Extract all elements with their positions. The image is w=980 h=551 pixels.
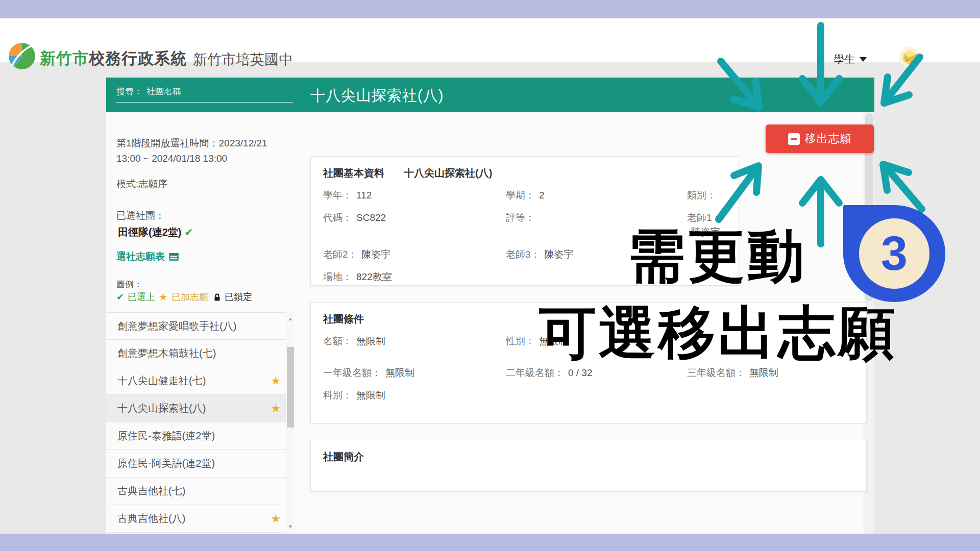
phase-time-line1: 第1階段開放選社時間：2023/12/21: [116, 136, 267, 151]
field-value: 2: [539, 190, 545, 201]
conditions-row: 一年級名額：無限制 二年級名額：0 / 32 三年級名額：無限制: [323, 366, 854, 380]
club-list-item-selected[interactable]: 十八尖山探索社(八)★: [106, 395, 286, 422]
avatar[interactable]: [898, 46, 922, 69]
club-list-item[interactable]: 古典吉他社(七): [106, 478, 286, 505]
field-semester: 學期：2: [506, 188, 687, 203]
field-category: 類別：: [687, 188, 726, 203]
field-label: 一年級名額：: [323, 367, 381, 378]
club-list-item[interactable]: 創意夢想家愛唱歌手社(八): [106, 312, 286, 340]
field-label: 老師2：: [323, 249, 358, 260]
field-label: 名額：: [323, 336, 352, 346]
system-logo-icon: [7, 41, 37, 73]
search-field: 搜尋：: [116, 86, 293, 103]
field-value: 陳姿宇: [362, 249, 391, 260]
field-label: 場地：: [323, 271, 352, 282]
search-input[interactable]: [146, 87, 264, 97]
wishlist-table-icon: [168, 253, 179, 261]
club-name: 古典吉他社(七): [117, 485, 185, 496]
field-value: 無限制: [385, 367, 414, 378]
search-label: 搜尋：: [116, 86, 142, 97]
remove-wish-button-label: 移出志願: [805, 131, 852, 146]
field-label: 科別：: [323, 390, 352, 400]
arrow-down-left-head-icon: [884, 77, 909, 103]
legend-star-icon: ★: [159, 291, 168, 303]
system-title-city: 新竹市: [40, 49, 89, 67]
field-value: 822教室: [356, 271, 392, 282]
remove-wish-button[interactable]: 移出志願: [766, 124, 874, 153]
intro-card: 社團簡介: [310, 440, 867, 492]
club-list-item[interactable]: 創意夢想木箱鼓社(七): [106, 340, 286, 367]
legend-locked-label: 已鎖定: [225, 291, 252, 303]
arrow-up-left-head-icon: [883, 164, 909, 190]
club-name: 創意夢想木箱鼓社(七): [117, 347, 216, 359]
field-label: 老師1：: [687, 212, 722, 223]
star-icon: ★: [271, 505, 281, 532]
field-code: 代碼：SC822: [323, 211, 506, 239]
basic-info-subtitle: 十八尖山探索社(八): [404, 167, 492, 179]
field-label: 二年級名額：: [506, 367, 564, 378]
selected-club-row: 田徑隊(連2堂)✔: [118, 224, 193, 240]
field-label: 老師3：: [506, 249, 541, 260]
club-list-item[interactable]: 原住民-泰雅語(連2堂): [106, 422, 286, 450]
minus-square-icon: [788, 133, 800, 145]
field-value: 陳姿宇: [545, 249, 574, 260]
list-scrollbar-thumb[interactable]: [287, 347, 294, 428]
field-value: 無限制: [749, 367, 778, 378]
club-list-item[interactable]: 原住民-阿美語(連2堂): [106, 450, 286, 478]
role-label: 學生: [834, 52, 855, 66]
field-grade1-quota: 一年級名額：無限制: [323, 366, 506, 380]
field-label: 學年：: [323, 190, 352, 201]
field-label: 性別：: [506, 336, 535, 346]
field-label: 三年級名額：: [687, 367, 745, 378]
legend: ✔ 已選上 ★ 已加志願 已鎖定: [116, 291, 252, 303]
field-value: 0 / 32: [568, 367, 593, 378]
legend-wish-label: 已加志願: [172, 291, 208, 303]
step-3-badge: 3: [843, 205, 945, 302]
phase-time-line2: 13:00 ~ 2024/01/18 13:00: [116, 151, 267, 166]
star-icon: ★: [271, 367, 281, 394]
top-strip: [0, 0, 980, 18]
selected-club-name: 田徑隊(連2堂): [118, 227, 181, 238]
club-name: 創意夢想家愛唱歌手社(八): [117, 320, 236, 332]
legend-heading: 圖例：: [116, 277, 142, 292]
club-name: 十八尖山探索社(八): [117, 403, 206, 414]
app-header: 新竹市校務行政系統 新竹市培英國中 學生: [0, 18, 980, 62]
club-name: 古典吉他社(八): [117, 513, 185, 524]
club-list-item[interactable]: 十八尖山健走社(七)★: [106, 367, 286, 395]
field-label: 學期：: [506, 190, 535, 201]
role-dropdown[interactable]: 學生: [834, 52, 867, 66]
annotation-line2: 可選移出志願: [539, 305, 897, 362]
mode-text: 模式:志願序: [116, 177, 167, 192]
basic-info-title: 社團基本資料: [323, 167, 384, 179]
star-icon: ★: [271, 395, 281, 422]
intro-title: 社團簡介: [323, 449, 854, 464]
field-venue: 場地：822教室: [323, 270, 506, 284]
field-grade3-quota: 三年級名額：無限制: [687, 366, 854, 380]
phase-time: 第1階段開放選社時間：2023/12/21 13:00 ~ 2024/01/18…: [116, 136, 267, 166]
field-quota: 名額：無限制: [323, 334, 506, 348]
annotation-line1: 需更動: [628, 228, 807, 285]
field-teacher2: 老師2：陳姿宇: [323, 247, 506, 262]
club-name: 原住民-泰雅語(連2堂): [117, 430, 215, 441]
club-list-item[interactable]: 古典吉他社(八)★: [106, 505, 286, 533]
field-department: 科別：無限制: [323, 388, 506, 403]
field-value: SC822: [356, 212, 386, 223]
page: 新竹市校務行政系統 新竹市培英國中 學生 搜尋： 十八尖山探: [0, 0, 980, 551]
scroll-down-button[interactable]: ▼: [286, 520, 295, 533]
header-divider: [180, 44, 180, 71]
system-title: 新竹市校務行政系統: [40, 48, 187, 69]
field-label: 代碼：: [323, 212, 352, 223]
club-title: 十八尖山探索社(八): [310, 86, 444, 106]
lock-icon: [213, 293, 221, 302]
step-3-badge-circle: 3: [859, 218, 929, 289]
system-title-rest: 校務行政系統: [89, 49, 187, 67]
club-list: 創意夢想家愛唱歌手社(八) 創意夢想木箱鼓社(七) 十八尖山健走社(七)★ 十八…: [106, 312, 286, 533]
field-value: 112: [356, 190, 372, 201]
field-school-year: 學年：112: [323, 188, 506, 203]
wishlist-link-label: 選社志願表: [116, 250, 165, 263]
wishlist-link[interactable]: 選社志願表: [116, 250, 179, 263]
scroll-up-button[interactable]: ▲: [286, 312, 295, 325]
club-name: 原住民-阿美語(連2堂): [117, 458, 215, 469]
field-value: 無限制: [356, 336, 385, 346]
list-scrollbar[interactable]: ▲ ▼: [286, 312, 295, 533]
